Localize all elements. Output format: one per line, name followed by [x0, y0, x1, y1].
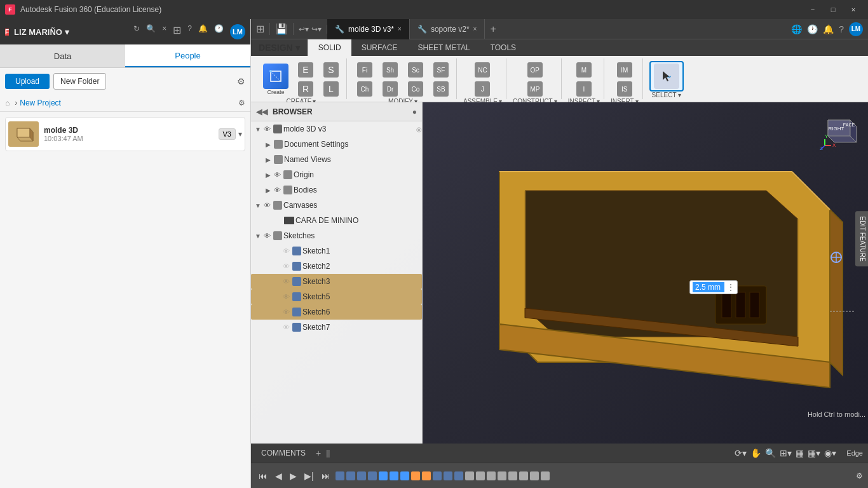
comments-tab[interactable]: COMMENTS: [256, 449, 311, 458]
tl-marker-16[interactable]: [508, 471, 517, 480]
home-icon[interactable]: ⌂: [5, 98, 10, 107]
edit-feature-sidebar[interactable]: EDIT FEATURE: [855, 211, 868, 266]
data-tab[interactable]: Data: [0, 44, 125, 67]
dim-menu-btn[interactable]: ⋮: [727, 283, 735, 292]
add-comment-btn[interactable]: +: [316, 448, 321, 458]
tree-item-sketch7[interactable]: 👁 Sketch7: [251, 320, 422, 335]
select-label[interactable]: SELECT ▾: [652, 92, 681, 98]
project-settings-icon[interactable]: ⚙: [238, 98, 245, 107]
grid-display-icon[interactable]: ▦: [796, 448, 804, 458]
select-btn[interactable]: [649, 61, 684, 92]
save-icon[interactable]: 💾: [275, 23, 288, 35]
user-avatar[interactable]: LM: [230, 24, 245, 39]
timeline-play-btn[interactable]: ▶: [287, 470, 299, 482]
dimension-tooltip[interactable]: ⋮: [689, 280, 738, 294]
expand-canvases[interactable]: ▼: [254, 202, 262, 209]
timeline-next-btn[interactable]: ▶|: [302, 470, 316, 482]
history-icon[interactable]: 🕐: [214, 24, 224, 39]
grid-view-icon[interactable]: ⊞: [256, 23, 264, 35]
tl-marker-19[interactable]: [541, 471, 550, 480]
insert-mesh-btn[interactable]: IM: [613, 61, 636, 79]
orbit-icon[interactable]: ⟳▾: [735, 448, 747, 458]
eye-sketch6[interactable]: 👁: [283, 308, 290, 316]
expand-docsettings[interactable]: ▶: [264, 141, 273, 148]
tl-marker-4[interactable]: [379, 471, 388, 480]
tl-marker-0[interactable]: [336, 471, 344, 480]
tree-item-sketch3[interactable]: 👁 Sketch3: [251, 274, 422, 289]
upload-button[interactable]: Upload: [5, 74, 50, 89]
timeline-settings-btn[interactable]: ⚙: [856, 471, 863, 480]
zoom-icon[interactable]: 🔍: [765, 448, 776, 458]
maximize-btn[interactable]: □: [824, 3, 843, 16]
collapse-browser-btn[interactable]: ◀◀: [256, 107, 268, 116]
tl-marker-17[interactable]: [519, 471, 528, 480]
split-body-btn[interactable]: SB: [430, 80, 452, 98]
shell-btn[interactable]: Sh: [379, 61, 402, 79]
user-info[interactable]: LIZ MARIÑO ▾: [14, 27, 69, 37]
chamfer-btn[interactable]: Ch: [353, 80, 376, 98]
viewport[interactable]: ◀◀ BROWSER ● ▼ 👁 molde 3D v3 ◎: [251, 102, 868, 444]
insert-svg-btn[interactable]: IS: [613, 80, 636, 98]
ribbon-tab-sheetmetal[interactable]: SHEET METAL: [407, 39, 480, 56]
eye-sketch5[interactable]: 👁: [283, 293, 290, 301]
design-dropdown[interactable]: DESIGN ▾: [251, 39, 308, 56]
ribbon-tab-tools[interactable]: TOOLS: [480, 39, 526, 56]
help-icon[interactable]: ?: [187, 24, 192, 39]
tree-item-root[interactable]: ▼ 👁 molde 3D v3 ◎: [251, 121, 422, 137]
expand-namedviews[interactable]: ▶: [264, 156, 273, 163]
eye-sketch3[interactable]: 👁: [283, 278, 290, 285]
split-face-btn[interactable]: SF: [430, 61, 452, 79]
tab-close-2[interactable]: ×: [473, 25, 477, 32]
new-component-btn[interactable]: NC: [471, 61, 494, 79]
zoom-window-icon[interactable]: ⊞▾: [780, 448, 792, 458]
tree-item-sketch2[interactable]: 👁 Sketch2: [251, 259, 422, 274]
timeline-end-btn[interactable]: ⏭: [319, 470, 333, 482]
user-avatar-2[interactable]: LM: [849, 22, 863, 36]
measure-btn[interactable]: M: [573, 61, 595, 79]
ribbon-tab-surface[interactable]: SURFACE: [351, 39, 408, 56]
new-folder-button[interactable]: New Folder: [53, 73, 106, 90]
new-tab-button[interactable]: +: [485, 24, 501, 35]
people-tab[interactable]: People: [125, 44, 250, 67]
extrude-btn[interactable]: E: [294, 61, 317, 79]
tl-marker-12[interactable]: [465, 471, 474, 480]
eye-origin[interactable]: 👁: [274, 171, 281, 179]
tl-marker-15[interactable]: [498, 471, 506, 480]
tl-marker-9[interactable]: [433, 471, 442, 480]
timeline-prev-btn[interactable]: ◀: [273, 470, 285, 482]
tl-marker-18[interactable]: [530, 471, 539, 480]
tl-marker-14[interactable]: [487, 471, 496, 480]
tl-marker-13[interactable]: [476, 471, 485, 480]
tree-item-sketch5[interactable]: 👁 Sketch5: [251, 289, 422, 304]
revolve-btn[interactable]: R: [294, 80, 317, 98]
tl-marker-1[interactable]: [346, 471, 355, 480]
offset-plane-btn[interactable]: OP: [524, 61, 546, 79]
eye-sketch7[interactable]: 👁: [283, 323, 290, 331]
tree-item-sketches[interactable]: ▼ 👁 Sketches: [251, 228, 422, 243]
collapse-comments-btn[interactable]: ||: [326, 449, 330, 458]
scale-btn[interactable]: Sc: [404, 61, 427, 79]
minimize-btn[interactable]: −: [803, 3, 822, 16]
globe-icon[interactable]: 🌐: [791, 24, 802, 34]
combine-btn[interactable]: Co: [404, 80, 427, 98]
target-icon[interactable]: ◎: [416, 126, 422, 133]
tl-marker-2[interactable]: [357, 471, 366, 480]
project-name[interactable]: New Project: [20, 98, 61, 107]
refresh-icon[interactable]: ↻: [133, 24, 140, 39]
tree-item-sketch6[interactable]: 👁 Sketch6: [251, 304, 422, 320]
tl-marker-7[interactable]: [411, 471, 420, 480]
close-panel-icon[interactable]: ×: [162, 24, 166, 39]
tl-marker-3[interactable]: [368, 471, 377, 480]
view-cube[interactable]: RIGHT FACE X Y Z: [818, 107, 863, 152]
tl-marker-11[interactable]: [454, 471, 463, 480]
version-badge[interactable]: V3: [219, 128, 236, 140]
version-dropdown[interactable]: ▾: [238, 130, 242, 139]
expand-sketches[interactable]: ▼: [254, 233, 262, 240]
view-settings-icon[interactable]: ▦▾: [808, 448, 820, 458]
expand-bodies[interactable]: ▶: [264, 187, 273, 194]
timeline-start-btn[interactable]: ⏮: [256, 470, 270, 482]
pan-icon[interactable]: ✋: [750, 448, 761, 458]
tree-item-cara[interactable]: CARA DE MININO: [251, 213, 422, 228]
display-mode-icon[interactable]: ◉▾: [824, 448, 836, 458]
interference-btn[interactable]: I: [573, 80, 595, 98]
